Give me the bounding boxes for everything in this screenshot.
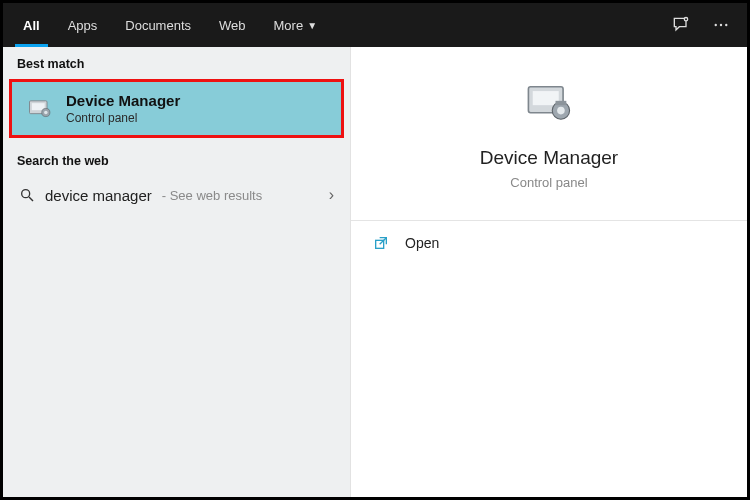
open-label: Open	[405, 235, 439, 251]
more-options-icon[interactable]	[701, 3, 741, 47]
svg-point-8	[22, 190, 30, 198]
svg-point-7	[44, 110, 48, 114]
tab-web[interactable]: Web	[205, 3, 260, 47]
search-web-heading: Search the web	[3, 144, 350, 176]
web-search-result[interactable]: device manager - See web results ›	[3, 176, 350, 214]
preview-title: Device Manager	[361, 147, 737, 169]
web-query-text: device manager	[45, 187, 152, 204]
results-panel: Best match Device Manager Control panel …	[3, 47, 351, 497]
best-match-title: Device Manager	[66, 92, 180, 109]
svg-point-0	[684, 18, 687, 21]
preview-panel: Device Manager Control panel Open	[351, 47, 747, 497]
chevron-right-icon: ›	[329, 186, 334, 204]
tab-more-label: More	[274, 18, 304, 33]
preview-subtitle: Control panel	[361, 175, 737, 190]
device-manager-large-icon	[523, 77, 575, 129]
svg-rect-11	[533, 91, 559, 105]
open-icon	[373, 235, 391, 251]
web-hint-text: - See web results	[162, 188, 262, 203]
svg-rect-5	[32, 103, 45, 110]
best-match-subtitle: Control panel	[66, 111, 180, 125]
svg-line-9	[29, 197, 33, 201]
best-match-result[interactable]: Device Manager Control panel	[9, 79, 344, 138]
tab-more[interactable]: More ▼	[260, 3, 332, 47]
device-manager-icon	[26, 95, 54, 123]
svg-point-2	[720, 24, 722, 26]
svg-point-13	[557, 107, 565, 115]
feedback-icon[interactable]	[661, 3, 701, 47]
best-match-heading: Best match	[3, 47, 350, 79]
search-filter-tabs: All Apps Documents Web More ▼	[3, 3, 747, 47]
chevron-down-icon: ▼	[307, 20, 317, 31]
tab-documents[interactable]: Documents	[111, 3, 205, 47]
svg-point-1	[715, 24, 717, 26]
search-icon	[19, 187, 35, 203]
tab-all[interactable]: All	[9, 3, 54, 47]
open-action[interactable]: Open	[351, 221, 747, 265]
svg-rect-14	[556, 101, 567, 105]
tab-apps[interactable]: Apps	[54, 3, 112, 47]
svg-point-3	[725, 24, 727, 26]
